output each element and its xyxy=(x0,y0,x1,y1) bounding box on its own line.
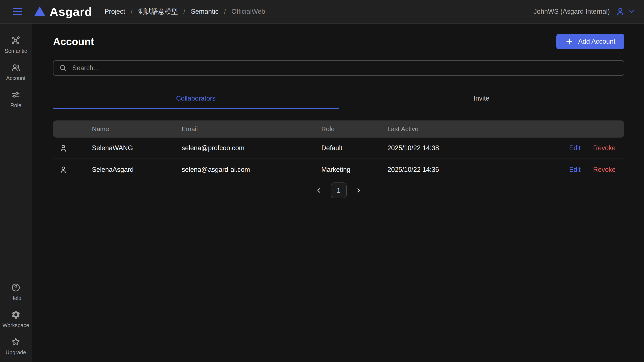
sidebar-item-label: Role xyxy=(10,102,21,109)
sidebar-item-role[interactable]: Role xyxy=(0,90,32,109)
user-name-label: JohnWS (Asgard Internal) xyxy=(534,8,610,16)
edit-link[interactable]: Edit xyxy=(564,144,586,152)
revoke-link[interactable]: Revoke xyxy=(586,144,624,152)
search-icon xyxy=(59,64,67,72)
header-role: Role xyxy=(321,125,388,133)
add-account-button[interactable]: Add Account xyxy=(556,34,624,49)
cell-name: SelenaWANG xyxy=(92,144,182,152)
cell-role: Default xyxy=(321,144,388,152)
breadcrumb-item-officialweb: OfficialWeb xyxy=(232,8,265,16)
sidebar-item-upgrade[interactable]: Upgrade xyxy=(0,337,32,355)
sidebar-item-workspace[interactable]: Workspace xyxy=(0,310,32,328)
page-title: Account xyxy=(53,36,94,48)
table-header-row: Name Email Role Last Active xyxy=(53,120,624,138)
user-avatar-icon[interactable] xyxy=(615,7,625,17)
sidebar-item-label: Account xyxy=(6,75,26,81)
topbar: Asgard Project / 測試語意模型 / Semantic / Off… xyxy=(0,0,644,24)
search-input[interactable] xyxy=(72,64,618,72)
cell-email: selena@asgard-ai.com xyxy=(182,166,321,174)
accounts-table: Name Email Role Last Active SelenaWANG s… xyxy=(53,120,624,180)
add-account-label: Add Account xyxy=(578,38,615,45)
sidebar-item-label: Semantic xyxy=(5,48,27,54)
sidebar-item-label: Workspace xyxy=(2,322,29,328)
breadcrumb-item-project[interactable]: Project xyxy=(104,8,125,16)
breadcrumb-separator: / xyxy=(224,8,226,16)
header-name: Name xyxy=(92,125,182,133)
cell-last-active: 2025/10/22 14:38 xyxy=(388,144,564,152)
plus-icon xyxy=(565,38,574,46)
search-box xyxy=(53,60,624,76)
help-icon xyxy=(11,283,21,292)
edit-link[interactable]: Edit xyxy=(564,166,586,174)
sidebar-item-account[interactable]: Account xyxy=(0,63,32,81)
user-row-avatar-icon xyxy=(53,165,92,174)
cell-name: SelenaAsgard xyxy=(92,166,182,174)
sidebar-bottom-group: Help Workspace Upgrade xyxy=(0,283,32,355)
sidebar-item-help[interactable]: Help xyxy=(0,283,32,301)
cell-role: Marketing xyxy=(321,166,388,174)
sidebar-item-label: Help xyxy=(10,295,21,301)
main-content: Account Add Account Collaborators xyxy=(32,24,644,361)
sidebar-item-semantic[interactable]: Semantic xyxy=(0,36,32,54)
user-menu[interactable] xyxy=(615,7,636,17)
logo-triangle-icon xyxy=(34,7,45,17)
breadcrumb-separator: / xyxy=(131,8,132,16)
breadcrumb-item-model[interactable]: 測試語意模型 xyxy=(138,7,178,16)
pagination-prev-icon[interactable] xyxy=(314,186,324,195)
brand[interactable]: Asgard xyxy=(34,5,92,19)
breadcrumb: Project / 測試語意模型 / Semantic / OfficialWe… xyxy=(104,7,265,16)
breadcrumb-separator: / xyxy=(184,8,185,16)
brand-name: Asgard xyxy=(50,5,92,19)
table-row: SelenaWANG selena@profcoo.com Default 20… xyxy=(53,138,624,159)
chevron-down-icon[interactable] xyxy=(627,7,636,16)
breadcrumb-item-semantic[interactable]: Semantic xyxy=(191,8,218,16)
table-row: SelenaAsgard selena@asgard-ai.com Market… xyxy=(53,159,624,180)
revoke-link[interactable]: Revoke xyxy=(586,166,624,174)
sidebar: Semantic Account Role xyxy=(0,24,32,361)
user-row-avatar-icon xyxy=(53,144,92,153)
pagination: 1 xyxy=(53,182,624,198)
sliders-icon xyxy=(11,90,21,100)
cell-last-active: 2025/10/22 14:36 xyxy=(388,166,564,174)
pagination-page-1[interactable]: 1 xyxy=(331,182,346,198)
hamburger-menu-icon[interactable] xyxy=(12,7,22,16)
header-last-active: Last Active xyxy=(388,125,564,133)
people-icon xyxy=(11,63,21,73)
star-icon xyxy=(11,337,21,347)
tab-invite[interactable]: Invite xyxy=(339,89,624,109)
cell-email: selena@profcoo.com xyxy=(182,144,321,152)
tabbar: Collaborators Invite xyxy=(53,89,624,109)
pagination-next-icon[interactable] xyxy=(354,186,363,195)
gear-icon xyxy=(11,310,21,320)
tab-collaborators[interactable]: Collaborators xyxy=(53,89,339,109)
sidebar-item-label: Upgrade xyxy=(6,349,26,355)
header-email: Email xyxy=(182,125,321,133)
graph-icon xyxy=(11,36,21,45)
